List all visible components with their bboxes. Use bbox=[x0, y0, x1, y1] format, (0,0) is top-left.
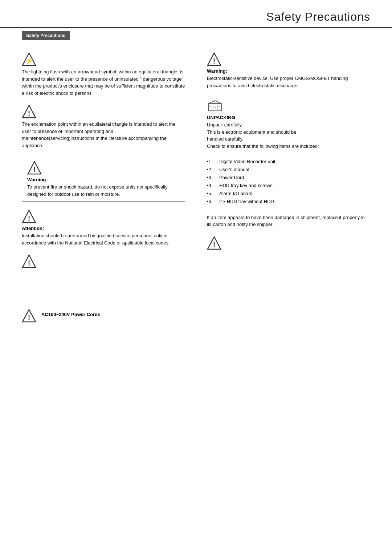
section-shipment: If an item appears to have been damaged … bbox=[207, 214, 370, 228]
section-lightning: ⚡ The lightning flash with an arrowhead … bbox=[22, 52, 185, 97]
unpack-line1: Unpack carefully. bbox=[207, 121, 370, 129]
exclamation-text: The exclamation point within an equilate… bbox=[22, 121, 185, 149]
svg-text:!: ! bbox=[213, 241, 216, 249]
svg-text:!: ! bbox=[213, 57, 216, 65]
attention-text: Installation should be performed by qual… bbox=[22, 232, 185, 246]
shipment-text: If an item appears to have been damaged … bbox=[207, 214, 370, 228]
svg-rect-12 bbox=[208, 104, 221, 111]
esd-warning-icon: ! bbox=[207, 52, 221, 66]
unpack-line3: Check to ensure that the following items… bbox=[207, 143, 370, 150]
list-item: •2. User's manual bbox=[207, 166, 370, 174]
unpacking-label: UNPACKING bbox=[207, 115, 370, 120]
esd-text: Electrostatic-sensitive device. Use prop… bbox=[207, 75, 370, 89]
item-text-4: HDD tray key and screws bbox=[219, 182, 273, 190]
svg-text:!: ! bbox=[28, 259, 30, 267]
right-extra-warning-icon: ! bbox=[207, 236, 221, 250]
item-num-1: •1. bbox=[207, 158, 216, 166]
lightning-warning-icon: ⚡ bbox=[22, 52, 36, 66]
esd-label: Warning: bbox=[207, 68, 370, 74]
item-text-1: Digital Video Recorder unit bbox=[219, 158, 275, 166]
item-num-2: •2. bbox=[207, 166, 216, 174]
attention-icon: ! bbox=[22, 210, 36, 223]
box-icon bbox=[207, 97, 370, 113]
right-column: ! Warning: Electrostatic-sensitive devic… bbox=[200, 47, 370, 276]
section-unpacking: UNPACKING Unpack carefully. This is elec… bbox=[207, 97, 370, 150]
section-extra-triangle: ! bbox=[22, 254, 185, 268]
lightning-text: The lightning flash with an arrowhead sy… bbox=[22, 68, 185, 97]
included-items-list: •1. Digital Video Recorder unit •2. User… bbox=[207, 158, 370, 206]
svg-text:!: ! bbox=[28, 109, 30, 117]
list-item: •3. Power Cord bbox=[207, 174, 370, 182]
item-text-2: User's manual bbox=[219, 166, 249, 174]
section-attention: ! Attention: Installation should be perf… bbox=[22, 210, 185, 246]
bottom-section: ! AC100~240V Power Cords bbox=[0, 291, 392, 339]
item-num-4: •4. bbox=[207, 182, 216, 190]
list-item: •6 2 x HDD tray without HDD bbox=[207, 198, 370, 206]
svg-text:⚡: ⚡ bbox=[25, 57, 33, 65]
power-cord-warning-icon: ! bbox=[22, 309, 36, 323]
left-column: ⚡ The lightning flash with an arrowhead … bbox=[22, 47, 200, 276]
svg-text:!: ! bbox=[28, 214, 30, 222]
warning-fire-label: Warning : bbox=[27, 177, 180, 182]
item-num-5: •5 bbox=[207, 190, 216, 198]
warning-fire-text: To prevent fire or shock hazard, do not … bbox=[27, 183, 180, 198]
item-text-5: Alarm I/O board bbox=[219, 190, 253, 198]
main-content: ⚡ The lightning flash with an arrowhead … bbox=[0, 40, 392, 291]
item-text-6: 2 x HDD tray without HDD bbox=[219, 198, 274, 206]
section-item-list: •1. Digital Video Recorder unit •2. User… bbox=[207, 158, 370, 206]
item-text-3: Power Cord bbox=[219, 174, 244, 182]
unpack-line2: This is electronic equipment and should … bbox=[207, 129, 370, 143]
section-right-extra-triangle: ! bbox=[207, 236, 370, 250]
power-cord-area: ! AC100~240V Power Cords bbox=[22, 309, 370, 325]
tab-bar: Safety Precautions bbox=[0, 31, 392, 40]
extra-warning-icon: ! bbox=[22, 254, 36, 268]
exclamation-warning-icon: ! bbox=[22, 105, 36, 118]
item-num-3: •3. bbox=[207, 174, 216, 182]
tab-safety-precautions[interactable]: Safety Precautions bbox=[22, 31, 70, 40]
svg-text:!: ! bbox=[28, 314, 30, 322]
item-num-6: •6 bbox=[207, 198, 216, 206]
section-exclamation: ! The exclamation point within an equila… bbox=[22, 105, 185, 149]
warning-fire-box: ! Warning : To prevent fire or shock haz… bbox=[22, 157, 185, 202]
warning-fire-icon: ! bbox=[27, 161, 42, 175]
header: Safety Precautions bbox=[0, 0, 392, 28]
power-cord-label: AC100~240V Power Cords bbox=[41, 309, 100, 317]
section-esd: ! Warning: Electrostatic-sensitive devic… bbox=[207, 52, 370, 89]
list-item: •4. HDD tray key and screws bbox=[207, 182, 370, 190]
svg-text:!: ! bbox=[33, 166, 36, 174]
page-title: Safety Precautions bbox=[22, 10, 370, 24]
page: Safety Precautions Safety Precautions ⚡ … bbox=[0, 0, 392, 554]
list-item: •1. Digital Video Recorder unit bbox=[207, 158, 370, 166]
list-item: •5 Alarm I/O board bbox=[207, 190, 370, 198]
attention-label: Attention: bbox=[22, 226, 185, 231]
